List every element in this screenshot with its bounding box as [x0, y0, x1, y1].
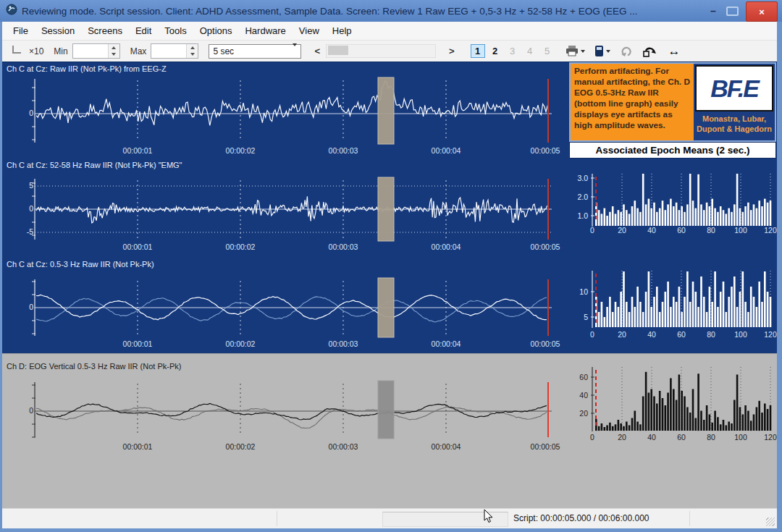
epoch-bar — [764, 271, 766, 327]
resize-grip[interactable] — [766, 518, 775, 526]
epoch-bar — [681, 391, 683, 431]
menu-view[interactable]: View — [293, 23, 326, 38]
epoch-bar — [711, 423, 713, 431]
min-input[interactable] — [73, 44, 108, 58]
epoch-bar — [700, 204, 702, 226]
channel-3-time-00:00:03: 00:00:03 — [323, 339, 363, 348]
max-input[interactable] — [151, 44, 186, 58]
epoch-bar — [648, 271, 650, 327]
ep1-xtick-120: 120 — [760, 330, 781, 339]
menu-file[interactable]: File — [7, 23, 35, 38]
ep2-xtick-40: 40 — [642, 433, 662, 442]
max-spin-down[interactable] — [187, 51, 198, 59]
eeg-raw-plot[interactable] — [22, 76, 561, 145]
epoch-bar — [767, 203, 769, 226]
channel-2-time-00:00:05: 00:00:05 — [525, 242, 566, 251]
page-button-3[interactable]: 3 — [505, 44, 520, 58]
artifact-marker[interactable] — [378, 381, 394, 439]
channel-2-ytick-0: 0 — [22, 204, 33, 213]
eog-plot[interactable] — [22, 379, 561, 440]
minimize-button[interactable]: – — [704, 5, 723, 17]
timeline-scrollbar[interactable] — [326, 44, 436, 58]
epoch-bar — [761, 413, 763, 431]
epoch-bar — [598, 426, 600, 431]
device-dropdown-caret[interactable] — [606, 50, 610, 53]
epoch-bar — [601, 214, 603, 226]
epoch-bar — [703, 297, 705, 327]
maximize-button[interactable] — [723, 7, 741, 16]
timebase-select[interactable]: 5 sec — [209, 44, 301, 59]
redo-icon[interactable] — [643, 46, 657, 57]
min-label: Min — [54, 46, 67, 56]
delta-plot[interactable] — [22, 276, 561, 339]
epoch-bar — [645, 292, 647, 327]
epoch-bar — [667, 393, 669, 431]
print-dropdown-caret[interactable] — [581, 50, 585, 53]
epoch-bar — [656, 404, 658, 431]
menu-hardware[interactable]: Hardware — [238, 23, 292, 38]
epoch-bar — [753, 415, 755, 431]
channel-4-time-00:00:01: 00:00:01 — [117, 442, 158, 451]
epoch-bar — [615, 214, 617, 226]
emg-plot[interactable] — [22, 176, 561, 242]
epoch-bar — [731, 287, 733, 327]
epoch-bar — [634, 307, 636, 327]
epoch-bar — [700, 411, 702, 431]
min-spin-down[interactable] — [109, 51, 119, 59]
min-spin-up[interactable] — [109, 44, 119, 51]
menu-tools[interactable]: Tools — [158, 23, 193, 38]
device-button[interactable] — [595, 46, 610, 57]
page-button-2[interactable]: 2 — [488, 44, 503, 58]
epoch-bar — [758, 200, 760, 226]
scroll-right-button[interactable]: > — [446, 46, 458, 56]
epoch-bar — [678, 287, 681, 327]
menu-help[interactable]: Help — [326, 23, 358, 38]
fit-width-button[interactable]: ↔ — [668, 44, 681, 59]
epoch-bar — [650, 208, 652, 226]
epoch-bar — [689, 302, 691, 327]
channel-2-label: Ch C at Cz: 52-58 Hz Raw IIR (Not Pk-Pk)… — [7, 161, 182, 169]
menu-screens[interactable]: Screens — [81, 23, 129, 38]
channel-2-time-00:00:01: 00:00:01 — [117, 242, 158, 251]
scroll-left-button[interactable]: < — [311, 46, 323, 56]
epoch-bar — [670, 199, 672, 226]
epoch-bar — [628, 312, 631, 327]
print-button[interactable] — [566, 46, 585, 56]
epoch-bar — [604, 427, 606, 431]
epoch-bar — [662, 200, 664, 226]
status-divider-right — [689, 511, 690, 526]
epoch-bar — [612, 206, 614, 226]
epoch-bar — [744, 405, 747, 431]
undo-icon[interactable] — [621, 46, 633, 56]
artifact-marker[interactable] — [378, 278, 394, 337]
epoch-bar — [615, 302, 617, 327]
axis-scale-icon[interactable] — [11, 45, 22, 57]
artifact-marker[interactable] — [378, 77, 394, 144]
epoch-bar — [628, 426, 631, 431]
epoch-bar — [742, 212, 744, 226]
max-spin-up[interactable] — [187, 44, 198, 51]
artifact-marker[interactable] — [378, 177, 394, 241]
epoch-bar — [684, 397, 686, 431]
epoch-bar — [645, 372, 647, 431]
epoch-bar — [728, 422, 730, 431]
max-label: Max — [130, 46, 147, 56]
epoch-bar — [634, 200, 636, 226]
epoch-bar — [642, 174, 644, 226]
close-button[interactable]: × — [746, 1, 778, 22]
page-button-4[interactable]: 4 — [523, 44, 537, 58]
ep2-xtick-0: 0 — [582, 433, 602, 442]
menu-edit[interactable]: Edit — [129, 23, 158, 38]
epoch-bar — [623, 271, 625, 327]
ep0-xtick-80: 80 — [701, 226, 721, 235]
epoch-bar — [673, 389, 675, 431]
page-button-5[interactable]: 5 — [540, 44, 555, 58]
ep1-ytick-10: 10 — [571, 287, 588, 296]
page-button-1[interactable]: 1 — [471, 44, 485, 58]
epoch-bar — [756, 307, 758, 327]
ep0-ytick-2.0: 2.0 — [571, 193, 588, 201]
ep2-ytick-40: 40 — [571, 391, 588, 400]
menu-session[interactable]: Session — [35, 23, 81, 38]
menu-options[interactable]: Options — [193, 23, 239, 38]
timeline-scrollbar-thumb[interactable] — [328, 46, 348, 55]
